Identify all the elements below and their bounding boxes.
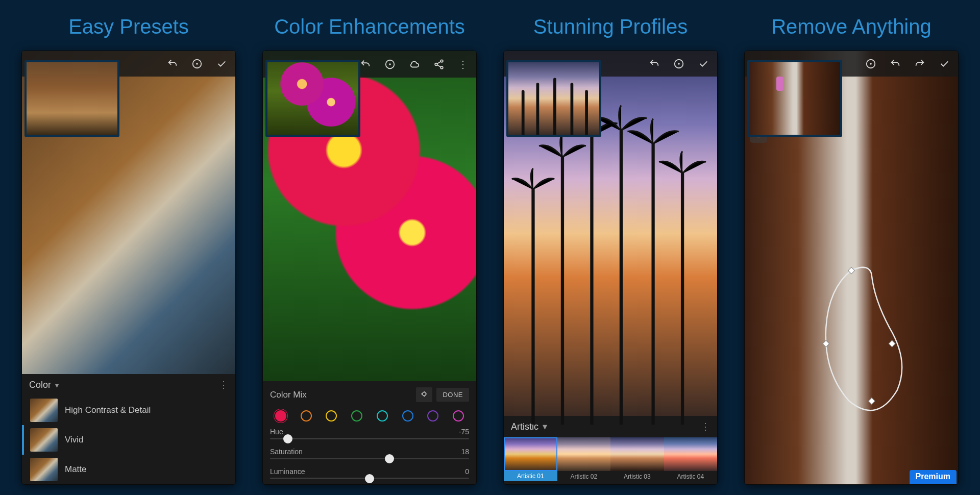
preset-thumb xyxy=(30,458,58,481)
info-icon[interactable] xyxy=(384,59,396,70)
profile-item[interactable]: Artistic 03 xyxy=(610,437,664,481)
preset-item[interactable]: Vivid xyxy=(22,425,235,455)
undo-icon[interactable] xyxy=(360,59,371,70)
info-icon[interactable] xyxy=(191,58,203,69)
before-thumbnail xyxy=(747,60,842,137)
profile-caption: Artistic 02 xyxy=(557,471,611,480)
more-icon[interactable]: ⋮ xyxy=(219,379,228,390)
swatch-green[interactable] xyxy=(351,410,362,422)
chevron-down-icon[interactable]: ▾ xyxy=(55,381,59,389)
target-adjustment-button[interactable] xyxy=(416,387,432,402)
panel-title: Color Enhancements xyxy=(262,15,477,38)
swatch-magenta[interactable] xyxy=(453,410,464,422)
preset-label: Vivid xyxy=(65,435,84,445)
preset-thumb xyxy=(30,428,58,452)
swatch-blue[interactable] xyxy=(402,410,413,422)
panel-title: Remove Anything xyxy=(744,15,959,38)
presets-panel: Color▾ ⋮ High Contrast & Detail Vivid Ma… xyxy=(22,374,235,484)
chevron-down-icon[interactable]: ▾ xyxy=(543,422,547,432)
undo-icon[interactable] xyxy=(167,58,178,69)
more-icon[interactable]: ⋮ xyxy=(701,421,710,432)
color-mix-title: Color Mix xyxy=(270,390,307,400)
accept-icon[interactable] xyxy=(939,58,950,69)
app-gallery-row: Easy Presets Color▾ ⋮ High Contrast & De… xyxy=(0,0,980,495)
panel-remove-anything: Remove Anything xyxy=(744,15,959,485)
cloud-icon[interactable] xyxy=(409,59,420,70)
profiles-panel: Artistic▾ ⋮ Artistic 01 Artistic 02 Arti… xyxy=(504,416,717,484)
panel-title: Easy Presets xyxy=(21,15,236,38)
svg-rect-16 xyxy=(868,398,875,405)
info-icon[interactable] xyxy=(865,58,876,69)
swatch-yellow[interactable] xyxy=(326,410,337,422)
profile-caption: Artistic 01 xyxy=(504,471,557,481)
slider-value: 18 xyxy=(461,448,469,456)
profile-item[interactable]: Artistic 02 xyxy=(557,437,611,481)
before-thumbnail xyxy=(265,60,360,137)
saturation-slider[interactable] xyxy=(270,458,469,459)
preset-thumb xyxy=(30,399,58,422)
panel-color-enhancements: Color Enhancements ⋮ Color Mix xyxy=(262,15,477,485)
slider-value: 0 xyxy=(465,467,469,476)
done-button[interactable]: DONE xyxy=(436,388,469,402)
swatch-orange[interactable] xyxy=(301,410,312,422)
info-icon[interactable] xyxy=(673,58,684,69)
color-swatches xyxy=(263,406,476,425)
before-thumbnail xyxy=(24,60,119,137)
panel-stunning-profiles: Stunning Profiles xyxy=(503,15,718,485)
color-mix-panel: Color Mix DONE xyxy=(263,381,476,484)
svg-point-11 xyxy=(870,63,872,65)
share-icon[interactable] xyxy=(433,59,445,70)
panel-title: Stunning Profiles xyxy=(503,15,718,38)
redo-icon[interactable] xyxy=(914,58,925,69)
undo-icon[interactable] xyxy=(649,58,660,69)
before-thumbnail xyxy=(506,60,601,137)
slider-label: Luminance xyxy=(270,467,305,476)
preset-section-label[interactable]: Color xyxy=(29,380,51,390)
profile-caption: Artistic 04 xyxy=(664,471,718,480)
premium-badge[interactable]: Premium xyxy=(910,470,957,484)
preset-label: Matte xyxy=(65,464,87,475)
preset-item[interactable]: Matte xyxy=(22,455,235,484)
preset-label: High Contrast & Detail xyxy=(65,405,151,415)
more-icon[interactable]: ⋮ xyxy=(458,58,468,70)
hue-slider[interactable] xyxy=(270,438,469,439)
svg-rect-17 xyxy=(889,340,895,347)
slider-value: -75 xyxy=(459,428,469,436)
profile-item[interactable]: Artistic 01 xyxy=(504,437,557,481)
panel-easy-presets: Easy Presets Color▾ ⋮ High Contrast & De… xyxy=(21,15,236,485)
accept-icon[interactable] xyxy=(216,58,227,69)
slider-label: Saturation xyxy=(270,448,303,456)
profile-caption: Artistic 03 xyxy=(610,471,664,480)
undo-icon[interactable] xyxy=(890,58,901,69)
preset-item[interactable]: High Contrast & Detail xyxy=(22,395,235,425)
swatch-teal[interactable] xyxy=(377,410,388,422)
swatch-red[interactable] xyxy=(275,410,286,422)
profile-item[interactable]: Artistic 04 xyxy=(664,437,718,481)
accept-icon[interactable] xyxy=(698,58,709,69)
svg-point-9 xyxy=(678,63,680,65)
svg-point-1 xyxy=(196,63,198,65)
svg-point-3 xyxy=(389,63,391,65)
svg-point-7 xyxy=(423,392,426,396)
luminance-slider[interactable] xyxy=(270,478,469,479)
svg-rect-15 xyxy=(823,340,829,347)
slider-label: Hue xyxy=(270,428,283,436)
swatch-purple[interactable] xyxy=(427,410,438,422)
